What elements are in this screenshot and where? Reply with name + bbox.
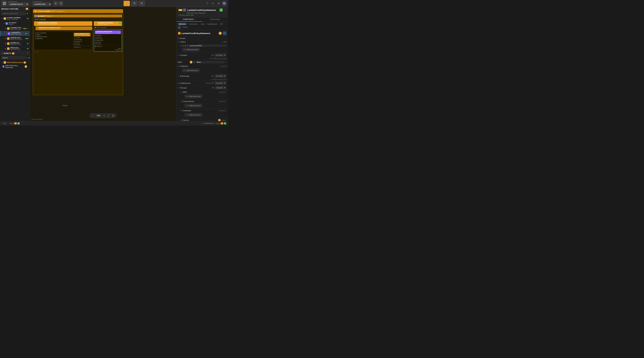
search-input[interactable] xyxy=(1,12,26,15)
notaction-info-icon[interactable]: ℹ xyxy=(226,65,227,67)
subsection-federated-header[interactable]: ▼ [ Federated (empty) ℹ xyxy=(178,109,227,112)
user-avatar-btn[interactable]: P▾ xyxy=(222,1,226,6)
grid-icon-btn[interactable]: ⊞ xyxy=(54,1,58,6)
subtab-add-btn[interactable]: + xyxy=(178,26,181,29)
rph-add-btn[interactable]: + xyxy=(220,9,223,12)
effect-minus-icon[interactable]: − xyxy=(226,61,227,63)
action-value-0: sts:AssumeRole xyxy=(189,44,227,47)
domain-chevron-icon: ▶ xyxy=(178,38,179,39)
assets-clear-icon[interactable]: ✕ xyxy=(26,57,28,59)
total-status-item: Total: 7 2 xyxy=(10,122,20,124)
condition-socket-select[interactable]: via socket xyxy=(214,54,226,57)
notresource-socket-select[interactable]: via socket xyxy=(214,82,226,85)
repo-area: ⊞ lambda-how-to-repository AWS ECR Priva… xyxy=(34,21,92,54)
action-del-icon[interactable]: 🗑 xyxy=(184,45,186,47)
repo-fields: ● AWS Credential ● Region ● Repository N… xyxy=(35,32,72,49)
discord-icon-btn[interactable]: ✦ xyxy=(211,1,215,6)
zoom-help-btn[interactable]: ? xyxy=(107,114,110,117)
eye-tab-btn[interactable]: 👁 xyxy=(138,1,145,6)
tree-item-info: lambda-ho... AWS ECR Priv... xyxy=(10,42,26,45)
assets-icon: ⬡ xyxy=(1,52,3,54)
subtab-debug[interactable]: Debug xyxy=(182,26,188,29)
asset-group-header[interactable]: ▼ aws AWS IAM Revisited 1 xyxy=(1,61,28,64)
lambda-trust-subtitle: AWS IAM Role: 1 xyxy=(98,24,113,25)
notresource-bracket: [ xyxy=(180,82,180,84)
component-3d-btn[interactable]: ⬡ xyxy=(223,31,226,35)
section-condition-header[interactable]: ▼ Condition set: via socket xyxy=(176,53,228,57)
section-notprincipal-header[interactable]: ▼ NotPrincipal set: via socket xyxy=(176,74,228,78)
item-status xyxy=(25,33,26,34)
tree-item-lambdatrust-policy[interactable]: ▼ ⬡ LambdaTru... AWS IAM Polic... + xyxy=(0,31,30,36)
federated-info-icon[interactable]: ℹ xyxy=(225,110,226,112)
zoom-out-btn[interactable]: − xyxy=(92,114,95,117)
zoom-download-btn[interactable]: ⬇ xyxy=(112,114,115,117)
add-array-label: + Add array item xyxy=(188,105,200,106)
tree-item-info: lambda-how... AWS ECR Privat... xyxy=(10,37,24,40)
add-array-btn-federated[interactable]: + + Add array item xyxy=(185,113,202,117)
section-action-header[interactable]: ▼ [ Action 1 item xyxy=(176,40,228,44)
filter-icon[interactable]: ▼ xyxy=(26,13,28,15)
add-array-btn-canonical[interactable]: + + Add array item xyxy=(185,104,202,107)
lab-tab-btn[interactable]: ⚗ xyxy=(131,1,137,6)
canvas-area[interactable]: aws si-tools-sandbox AWS Credential: 1 ⊞… xyxy=(30,7,176,121)
aws-info-icon[interactable]: ℹ xyxy=(225,91,226,93)
add-btn[interactable]: + xyxy=(27,28,28,30)
policy-node[interactable]: ⊞ lambda-how-to-repository policy AWS EC… xyxy=(36,27,92,30)
canonical-info-icon[interactable]: ℹ xyxy=(225,101,226,102)
repo-node[interactable]: ⊞ lambda-how-to-repository AWS ECR Priva… xyxy=(34,21,92,26)
subsection-aws-header[interactable]: ▼ [ AWS (empty) ℹ xyxy=(178,90,227,94)
inner-field-5: ● Resource xyxy=(74,44,90,46)
tree-item-allowlam[interactable]: ▶ ⊞ AllowLam... AWS IAM Poli... xyxy=(0,46,30,51)
action-key-0: [0] xyxy=(182,45,184,47)
diagram-tab-btn[interactable]: ⋮⋮ xyxy=(124,1,130,6)
tab-resource-label: RESOURCE xyxy=(210,18,220,20)
aws-icon: ⊞ xyxy=(7,27,10,30)
action-type-icon[interactable]: I xyxy=(187,45,188,47)
zoom-in-btn[interactable]: + xyxy=(103,114,106,117)
tree-item-lambdatrust[interactable]: ▶ ⊞ Lambda Trus... AWS IAM Role + xyxy=(0,26,30,31)
inner-field-1: ● Condition xyxy=(74,37,90,39)
tree-item-name: Lambda Trus... xyxy=(10,27,23,29)
tree-item-useast1[interactable]: ▼ ⊞ us-east-1 Region xyxy=(0,21,30,26)
rph-menu-icon[interactable]: ⋮ xyxy=(224,9,226,11)
action-count: 1 item xyxy=(222,41,227,43)
subsection-canonical-header[interactable]: ▼ [ CanonicalUser (empty) ℹ xyxy=(178,100,227,103)
subsection-canonical: ▼ [ CanonicalUser (empty) ℹ + xyxy=(178,100,227,109)
settings-icon-btn[interactable]: ⚙ xyxy=(216,1,221,6)
assets-help-icon[interactable]: ? xyxy=(27,52,28,54)
tree-item-sandbox[interactable]: ▼ aws si-tools-sandbox AWS Credential xyxy=(0,16,30,21)
lambda-add-btn[interactable]: + xyxy=(119,22,122,24)
lambda-trust-node[interactable]: ⊞ Lambda Trust Policy AWS IAM Role: 1 + xyxy=(94,21,122,26)
tree-item-lambda-ecr[interactable]: ▶ ⊞ lambda-how... AWS ECR Privat... xyxy=(0,36,30,41)
notprincipal-socket-select[interactable]: via socket xyxy=(214,75,226,78)
effect-type-icon[interactable]: I xyxy=(194,61,195,63)
subsection-service-header[interactable]: ▼ [ Service 5 1 item xyxy=(178,118,227,121)
add-array-btn-notaction[interactable]: + + Add array item xyxy=(182,69,200,72)
repo-subtitle: AWS ECR Private Repository: 1 xyxy=(38,24,58,25)
subtab-diff[interactable]: Diff xyxy=(219,23,224,25)
help-icon-btn[interactable]: ? xyxy=(205,1,210,6)
lambda-policy-stmt-box[interactable]: LambdaTrustPolicyState AWS IAM Policy St… xyxy=(94,29,122,52)
subtab-attributes[interactable]: Attributes xyxy=(178,23,187,25)
qual-label: ✓ Qualifications xyxy=(202,122,214,124)
condition-socket-row: set: via socket xyxy=(211,54,227,57)
tab-resource[interactable]: RESOURCE xyxy=(202,18,228,22)
workspace-select[interactable]: Lambda how-to xyxy=(8,3,29,6)
delete-icon-btn[interactable]: 🗑 xyxy=(59,1,63,6)
section-principal-header[interactable]: ▼ Principal set: manually xyxy=(176,86,228,90)
principal-socket-select[interactable]: manually xyxy=(215,86,226,89)
subtab-code[interactable]: Code xyxy=(200,23,206,25)
section-notresource-header[interactable]: ▶ [ NotResource (empty) set: via socket xyxy=(176,81,228,85)
changeset-select[interactable]: Lambda Infra xyxy=(32,3,51,6)
tree-item-lambda-ho[interactable]: ▶ ⊞ lambda-ho... AWS ECR Priv... xyxy=(0,41,30,46)
section-domain-header[interactable]: ▶ domain xyxy=(176,37,228,40)
subtab-connections[interactable]: Connections xyxy=(188,23,199,25)
tab-component[interactable]: COMPONENT ✓ xyxy=(176,18,202,22)
section-notaction-header[interactable]: ▶ [ NotAction (empty) ℹ xyxy=(176,65,228,68)
assets-search-input[interactable] xyxy=(1,56,25,59)
subtab-qualifications[interactable]: Qualifications xyxy=(206,23,218,25)
add-array-btn-aws[interactable]: + + Add array item xyxy=(185,95,202,98)
asset-item-iam-policy[interactable]: ⬡ AWS IAM Policy Statement 1 xyxy=(1,64,28,69)
add-btn[interactable]: + xyxy=(27,33,28,35)
add-array-btn-action[interactable]: + + Add array item xyxy=(182,48,200,51)
